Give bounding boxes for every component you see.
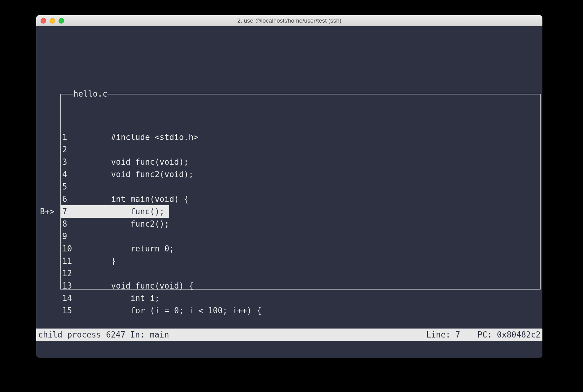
- window-title: 2. user@localhost:/home/user/test (ssh): [36, 17, 542, 24]
- source-code: for (i = 0; i < 100; i++) {: [77, 304, 541, 317]
- line-number: 15: [60, 304, 77, 317]
- source-line: 15 for (i = 0; i < 100; i++) {: [38, 304, 541, 317]
- terminal-window: 2. user@localhost:/home/user/test (ssh) …: [36, 15, 543, 358]
- breakpoint-gutter: B+>: [38, 205, 60, 218]
- window-controls: [36, 18, 64, 24]
- tui-frame: hello.c: [60, 94, 541, 290]
- gdb-tui-source-pane: hello.c 1 #include <stdio.h>23 void func…: [38, 90, 541, 290]
- minimize-icon[interactable]: [50, 18, 55, 24]
- zoom-icon[interactable]: [59, 18, 64, 24]
- tui-filename: hello.c: [73, 88, 107, 100]
- window-titlebar[interactable]: 2. user@localhost:/home/user/test (ssh): [36, 15, 542, 26]
- source-code: int i;: [77, 292, 541, 304]
- close-icon[interactable]: [41, 18, 46, 24]
- source-line: 14 int i;: [38, 292, 541, 304]
- line-number: 14: [60, 292, 77, 304]
- terminal-viewport[interactable]: hello.c 1 #include <stdio.h>23 void func…: [36, 26, 542, 358]
